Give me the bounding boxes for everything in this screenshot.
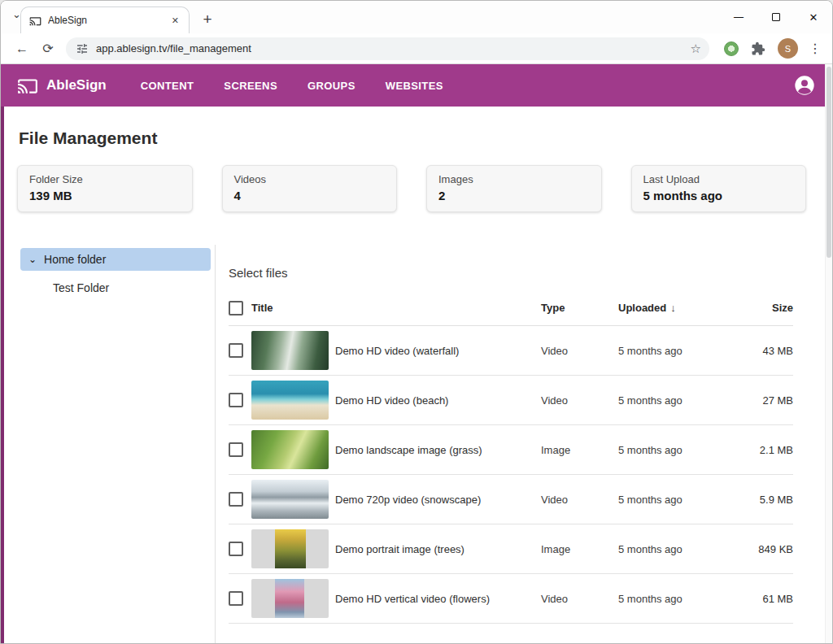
bookmark-star-icon[interactable]: ☆ bbox=[691, 41, 701, 56]
extension-icon[interactable] bbox=[724, 41, 739, 56]
table-row: Demo HD video (waterfall) Video 5 months… bbox=[229, 326, 793, 376]
nav-item[interactable]: GROUPS bbox=[307, 80, 355, 92]
file-thumbnail bbox=[251, 430, 329, 469]
brand[interactable]: AbleSign bbox=[17, 75, 107, 96]
tab-title: AbleSign bbox=[48, 15, 162, 26]
select-all-checkbox[interactable] bbox=[229, 301, 243, 315]
file-type: Video bbox=[541, 345, 618, 357]
column-header-size[interactable]: Size bbox=[724, 302, 793, 314]
chevron-down-icon: ⌄ bbox=[28, 255, 37, 264]
stat-label: Last Upload bbox=[643, 173, 795, 185]
browser-window: ⌄ AbleSign ✕ + — ✕ ← ⟳ app.ablesign.tv/f… bbox=[0, 0, 833, 644]
table-row: Demo portrait image (trees) Image 5 mont… bbox=[229, 524, 793, 574]
browser-tab[interactable]: AbleSign ✕ bbox=[20, 7, 190, 33]
row-checkbox[interactable] bbox=[229, 492, 243, 507]
file-title: Demo HD vertical video (flowers) bbox=[335, 593, 541, 605]
extensions-puzzle-icon[interactable] bbox=[747, 37, 770, 60]
file-thumbnail bbox=[251, 579, 329, 618]
tab-close-icon[interactable]: ✕ bbox=[168, 14, 182, 28]
browser-menu-icon[interactable]: ⋮ bbox=[806, 41, 824, 56]
row-checkbox[interactable] bbox=[229, 393, 243, 407]
scrollbar-thumb[interactable] bbox=[826, 67, 831, 258]
new-tab-button[interactable]: + bbox=[196, 8, 219, 31]
browser-tabstrip: ⌄ AbleSign ✕ + — ✕ bbox=[1, 1, 832, 33]
file-title: Demo portrait image (trees) bbox=[335, 543, 541, 555]
file-type: Image bbox=[541, 543, 618, 555]
maximize-icon bbox=[772, 13, 780, 21]
table-row: Demo landscape image (grass) Image 5 mon… bbox=[229, 425, 793, 475]
table-header: Title Type Uploaded ↓ Size bbox=[229, 290, 793, 326]
page-viewport: AbleSign CONTENT SCREENS GROUPS WEBSITES… bbox=[1, 64, 832, 643]
table-row: Demo 720p video (snowscape) Video 5 mont… bbox=[229, 475, 793, 524]
file-uploaded: 5 months ago bbox=[618, 394, 724, 407]
page-scrollbar[interactable] bbox=[825, 64, 832, 643]
main-nav: CONTENT SCREENS GROUPS WEBSITES bbox=[141, 80, 443, 92]
select-files-heading: Select files bbox=[229, 266, 793, 280]
stat-value: 4 bbox=[234, 189, 386, 202]
tab-search-chevron-icon[interactable]: ⌄ bbox=[12, 8, 21, 20]
folder-item[interactable]: ⌄ Test Folder bbox=[20, 276, 211, 299]
page-left-accent-strip bbox=[1, 107, 4, 643]
file-title: Demo HD video (waterfall) bbox=[335, 345, 541, 357]
column-header-type[interactable]: Type bbox=[541, 302, 618, 314]
back-button[interactable]: ← bbox=[11, 37, 33, 60]
window-controls: — ✕ bbox=[720, 1, 832, 33]
row-checkbox[interactable] bbox=[229, 343, 243, 358]
sort-descending-icon: ↓ bbox=[670, 302, 676, 314]
column-header-uploaded-label: Uploaded bbox=[618, 302, 666, 314]
file-panel: Select files Title Type Uploaded ↓ Size … bbox=[215, 245, 832, 643]
refresh-button[interactable]: ⟳ bbox=[37, 37, 59, 60]
nav-item[interactable]: CONTENT bbox=[141, 80, 194, 92]
nav-item[interactable]: WEBSITES bbox=[386, 80, 443, 92]
stat-value: 2 bbox=[438, 189, 590, 202]
address-bar[interactable]: app.ablesign.tv/file_management ☆ bbox=[66, 37, 709, 60]
file-uploaded: 5 months ago bbox=[618, 444, 724, 456]
stat-label: Folder Size bbox=[29, 173, 181, 185]
content-body: ⌄ Home folder ⌄ Test Folder Select files… bbox=[1, 245, 832, 643]
stats-row: Folder Size 139 MB Videos 4 Images 2 Las… bbox=[1, 165, 832, 212]
stat-label: Videos bbox=[234, 173, 386, 185]
file-uploaded: 5 months ago bbox=[618, 593, 724, 605]
file-size: 5.9 MB bbox=[724, 494, 793, 506]
row-checkbox[interactable] bbox=[229, 591, 243, 606]
maximize-button[interactable] bbox=[757, 1, 795, 33]
stat-label: Images bbox=[438, 173, 590, 185]
account-button[interactable] bbox=[793, 74, 816, 97]
stat-card: Folder Size 139 MB bbox=[17, 165, 193, 212]
tab-favicon-cast-icon bbox=[29, 15, 41, 27]
file-uploaded: 5 months ago bbox=[618, 345, 724, 357]
stat-card: Images 2 bbox=[426, 165, 602, 212]
file-size: 2.1 MB bbox=[724, 444, 793, 456]
column-header-uploaded[interactable]: Uploaded ↓ bbox=[618, 302, 724, 314]
stat-card: Videos 4 bbox=[222, 165, 398, 212]
table-row: Demo HD video (beach) Video 5 months ago… bbox=[229, 376, 793, 425]
file-uploaded: 5 months ago bbox=[618, 494, 724, 506]
file-size: 849 KB bbox=[724, 543, 793, 555]
file-uploaded: 5 months ago bbox=[618, 543, 724, 555]
file-type: Video bbox=[541, 593, 618, 605]
file-size: 61 MB bbox=[724, 593, 793, 605]
row-checkbox[interactable] bbox=[229, 542, 243, 556]
folder-sidebar: ⌄ Home folder ⌄ Test Folder bbox=[1, 245, 215, 643]
app-header: AbleSign CONTENT SCREENS GROUPS WEBSITES bbox=[1, 64, 832, 107]
row-checkbox[interactable] bbox=[229, 442, 243, 457]
page-title: File Management bbox=[19, 128, 832, 148]
file-title: Demo landscape image (grass) bbox=[335, 444, 541, 456]
file-thumbnail bbox=[251, 480, 329, 519]
file-thumbnail bbox=[251, 529, 329, 568]
site-settings-icon[interactable] bbox=[76, 42, 89, 55]
url-text[interactable]: app.ablesign.tv/file_management bbox=[96, 42, 683, 54]
brand-name: AbleSign bbox=[46, 77, 107, 94]
close-button[interactable]: ✕ bbox=[795, 1, 832, 33]
minimize-button[interactable]: — bbox=[720, 1, 757, 33]
file-size: 27 MB bbox=[724, 394, 793, 407]
file-type: Image bbox=[541, 444, 618, 456]
folder-item[interactable]: ⌄ Home folder bbox=[20, 248, 211, 271]
profile-avatar[interactable]: S bbox=[778, 38, 798, 59]
stat-value: 5 months ago bbox=[643, 189, 795, 202]
file-thumbnail bbox=[251, 381, 329, 420]
nav-item[interactable]: SCREENS bbox=[224, 80, 277, 92]
stat-card: Last Upload 5 months ago bbox=[631, 165, 807, 212]
file-title: Demo HD video (beach) bbox=[335, 394, 541, 407]
column-header-title[interactable]: Title bbox=[251, 302, 541, 314]
